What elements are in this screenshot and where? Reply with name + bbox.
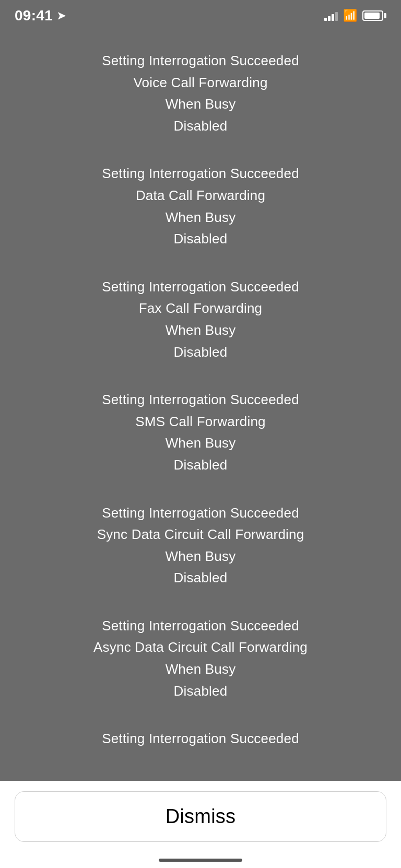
entry-4-condition: When Busy xyxy=(102,432,299,454)
entry-3: Setting Interrogation Succeeded Fax Call… xyxy=(102,276,299,363)
entry-1: Setting Interrogation Succeeded Voice Ca… xyxy=(102,50,299,137)
entry-5-status: Setting Interrogation Succeeded xyxy=(97,502,304,524)
status-bar: 09:41 ➤ 📶 xyxy=(0,0,401,29)
wifi-icon: 📶 xyxy=(343,9,357,22)
battery-icon xyxy=(362,10,386,21)
entry-2-type: Data Call Forwarding xyxy=(102,185,299,207)
entry-7: Setting Interrogation Succeeded xyxy=(102,728,299,750)
entry-7-status: Setting Interrogation Succeeded xyxy=(102,728,299,750)
time-display: 09:41 xyxy=(15,7,53,24)
entry-3-state: Disabled xyxy=(102,342,299,363)
entry-3-type: Fax Call Forwarding xyxy=(102,298,299,320)
status-icons: 📶 xyxy=(324,9,386,22)
entry-6-condition: When Busy xyxy=(93,659,308,681)
entry-5: Setting Interrogation Succeeded Sync Dat… xyxy=(97,502,304,589)
entry-1-condition: When Busy xyxy=(102,93,299,115)
entry-4: Setting Interrogation Succeeded SMS Call… xyxy=(102,389,299,476)
main-content: Setting Interrogation Succeeded Voice Ca… xyxy=(0,29,401,868)
entry-3-condition: When Busy xyxy=(102,320,299,342)
entry-6-status: Setting Interrogation Succeeded xyxy=(93,615,308,637)
entry-6: Setting Interrogation Succeeded Async Da… xyxy=(93,615,308,702)
entry-5-state: Disabled xyxy=(97,567,304,589)
entry-5-type: Sync Data Circuit Call Forwarding xyxy=(97,524,304,546)
entry-6-type: Async Data Circuit Call Forwarding xyxy=(93,637,308,659)
entry-2-status: Setting Interrogation Succeeded xyxy=(102,163,299,185)
dismiss-area: Dismiss xyxy=(0,781,401,868)
entry-3-status: Setting Interrogation Succeeded xyxy=(102,276,299,298)
entry-6-state: Disabled xyxy=(93,681,308,702)
entry-2-condition: When Busy xyxy=(102,207,299,229)
entry-2-state: Disabled xyxy=(102,228,299,250)
entry-1-type: Voice Call Forwarding xyxy=(102,72,299,94)
entry-4-state: Disabled xyxy=(102,454,299,476)
status-time: 09:41 ➤ xyxy=(15,7,66,24)
signal-icon xyxy=(324,10,338,21)
entry-1-state: Disabled xyxy=(102,115,299,137)
entry-4-status: Setting Interrogation Succeeded xyxy=(102,389,299,411)
home-indicator xyxy=(159,859,242,862)
entry-1-status: Setting Interrogation Succeeded xyxy=(102,50,299,72)
entry-2: Setting Interrogation Succeeded Data Cal… xyxy=(102,163,299,250)
entry-5-condition: When Busy xyxy=(97,546,304,568)
dismiss-button[interactable]: Dismiss xyxy=(15,791,386,842)
location-icon: ➤ xyxy=(57,9,66,22)
entry-4-type: SMS Call Forwarding xyxy=(102,411,299,433)
